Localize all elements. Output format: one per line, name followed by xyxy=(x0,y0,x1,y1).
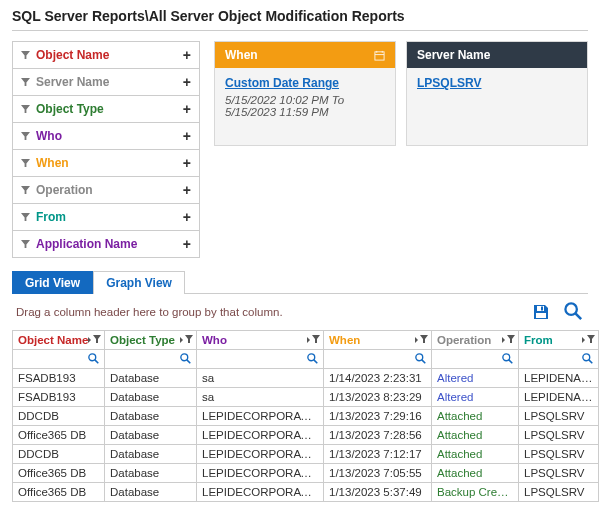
column-search-icon[interactable] xyxy=(415,353,427,365)
funnel-icon xyxy=(21,186,30,195)
column-header-from[interactable]: From xyxy=(519,331,599,350)
server-card-title: Server Name xyxy=(417,48,490,62)
table-row[interactable]: DDCDBDatabaseLEPIDECORPORATE\a...1/13/20… xyxy=(13,407,599,426)
filter-label: Server Name xyxy=(36,75,109,89)
cell-object-name: Office365 DB xyxy=(13,426,105,445)
filter-item-server-name[interactable]: Server Name+ xyxy=(13,69,199,96)
cell-object-name: DDCDB xyxy=(13,445,105,464)
save-icon[interactable] xyxy=(532,303,550,321)
column-search-cell[interactable] xyxy=(13,350,105,369)
cell-from: LPSQLSRV xyxy=(519,445,599,464)
server-name-card: Server Name LPSQLSRV xyxy=(406,41,588,146)
plus-icon: + xyxy=(183,182,191,198)
custom-date-range-link[interactable]: Custom Date Range xyxy=(225,76,339,90)
cell-who: sa xyxy=(197,388,324,407)
funnel-icon xyxy=(21,78,30,87)
table-row[interactable]: Office365 DBDatabaseLEPIDECORPORATE\a...… xyxy=(13,483,599,502)
funnel-icon xyxy=(21,159,30,168)
cell-operation: Altered xyxy=(432,369,519,388)
cell-when: 1/13/2023 7:12:17 xyxy=(324,445,432,464)
cell-object-type: Database xyxy=(105,445,197,464)
cell-from: LEPIDENAS01 xyxy=(519,388,599,407)
sort-filter-icon[interactable] xyxy=(582,335,595,345)
cell-operation: Attached xyxy=(432,426,519,445)
table-row[interactable]: FSADB193Databasesa1/14/2023 2:23:31Alter… xyxy=(13,369,599,388)
cell-who: LEPIDECORPORATE\a... xyxy=(197,445,324,464)
view-tabs: Grid View Graph View xyxy=(12,270,588,294)
cell-when: 1/13/2023 8:23:29 xyxy=(324,388,432,407)
column-search-icon[interactable] xyxy=(180,353,192,365)
cell-from: LEPIDENAS01 xyxy=(519,369,599,388)
cell-object-name: Office365 DB xyxy=(13,483,105,502)
column-header-operation[interactable]: Operation xyxy=(432,331,519,350)
plus-icon: + xyxy=(183,128,191,144)
cell-operation: Altered xyxy=(432,388,519,407)
filter-item-operation[interactable]: Operation+ xyxy=(13,177,199,204)
column-header-object-type[interactable]: Object Type xyxy=(105,331,197,350)
filter-item-who[interactable]: Who+ xyxy=(13,123,199,150)
cell-object-type: Database xyxy=(105,369,197,388)
cell-who: LEPIDECORPORATE\a... xyxy=(197,426,324,445)
plus-icon: + xyxy=(183,101,191,117)
search-icon[interactable] xyxy=(564,302,584,322)
svg-rect-7 xyxy=(541,307,543,311)
column-search-cell[interactable] xyxy=(432,350,519,369)
cell-when: 1/13/2023 5:37:49 xyxy=(324,483,432,502)
when-card: When Custom Date Range 5/15/2022 10:02 P… xyxy=(214,41,396,146)
cell-from: LPSQLSRV xyxy=(519,483,599,502)
table-row[interactable]: Office365 DBDatabaseLEPIDECORPORATE\a...… xyxy=(13,464,599,483)
table-row[interactable]: FSADB193Databasesa1/13/2023 8:23:29Alter… xyxy=(13,388,599,407)
filter-item-object-name[interactable]: Object Name+ xyxy=(13,42,199,69)
filter-label: From xyxy=(36,210,66,224)
column-search-cell[interactable] xyxy=(197,350,324,369)
filter-panel: Object Name+Server Name+Object Type+Who+… xyxy=(12,41,200,258)
cell-from: LPSQLSRV xyxy=(519,407,599,426)
table-row[interactable]: Office365 DBDatabaseLEPIDECORPORATE\a...… xyxy=(13,426,599,445)
filter-label: Application Name xyxy=(36,237,137,251)
filter-label: Object Type xyxy=(36,102,104,116)
sort-filter-icon[interactable] xyxy=(415,335,428,345)
sort-filter-icon[interactable] xyxy=(88,335,101,345)
tab-grid-view[interactable]: Grid View xyxy=(12,271,93,294)
filter-label: Operation xyxy=(36,183,93,197)
column-search-icon[interactable] xyxy=(88,353,100,365)
filter-item-from[interactable]: From+ xyxy=(13,204,199,231)
column-header-who[interactable]: Who xyxy=(197,331,324,350)
svg-rect-2 xyxy=(375,51,384,59)
group-by-hint[interactable]: Drag a column header here to group by th… xyxy=(16,306,283,318)
column-search-cell[interactable] xyxy=(324,350,432,369)
funnel-icon xyxy=(21,105,30,114)
cell-from: LPSQLSRV xyxy=(519,426,599,445)
cell-who: sa xyxy=(197,369,324,388)
filter-item-application-name[interactable]: Application Name+ xyxy=(13,231,199,257)
column-search-cell[interactable] xyxy=(105,350,197,369)
date-range-line2: 5/15/2023 11:59 PM xyxy=(225,106,329,118)
server-name-link[interactable]: LPSQLSRV xyxy=(417,76,481,90)
cell-object-type: Database xyxy=(105,388,197,407)
column-search-icon[interactable] xyxy=(307,353,319,365)
when-card-header: When xyxy=(215,42,395,68)
sort-filter-icon[interactable] xyxy=(180,335,193,345)
cell-when: 1/13/2023 7:05:55 xyxy=(324,464,432,483)
plus-icon: + xyxy=(183,155,191,171)
plus-icon: + xyxy=(183,47,191,63)
filter-item-object-type[interactable]: Object Type+ xyxy=(13,96,199,123)
plus-icon: + xyxy=(183,236,191,252)
tab-graph-view[interactable]: Graph View xyxy=(93,271,185,294)
when-card-title: When xyxy=(225,48,258,62)
sort-filter-icon[interactable] xyxy=(307,335,320,345)
column-search-cell[interactable] xyxy=(519,350,599,369)
column-header-object-name[interactable]: Object Name xyxy=(13,331,105,350)
cell-object-name: DDCDB xyxy=(13,407,105,426)
cell-object-type: Database xyxy=(105,426,197,445)
cell-who: LEPIDECORPORATE\a... xyxy=(197,407,324,426)
sort-filter-icon[interactable] xyxy=(502,335,515,345)
column-search-icon[interactable] xyxy=(582,353,594,365)
page-title: SQL Server Reports\All Server Object Mod… xyxy=(12,8,588,31)
filter-item-when[interactable]: When+ xyxy=(13,150,199,177)
table-row[interactable]: DDCDBDatabaseLEPIDECORPORATE\a...1/13/20… xyxy=(13,445,599,464)
column-header-when[interactable]: When xyxy=(324,331,432,350)
svg-rect-8 xyxy=(536,313,546,318)
funnel-icon xyxy=(21,240,30,249)
column-search-icon[interactable] xyxy=(502,353,514,365)
